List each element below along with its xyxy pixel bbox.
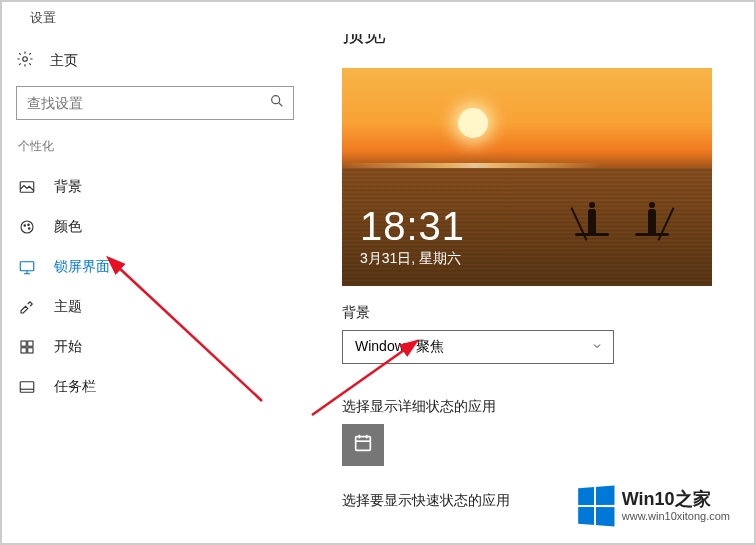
svg-rect-11 <box>28 348 33 353</box>
detail-app-tile[interactable] <box>342 424 384 466</box>
palette-icon <box>18 218 36 236</box>
background-section-label: 背景 <box>342 304 754 322</box>
preview-clock-date: 3月31日, 星期六 <box>360 250 465 268</box>
sidebar-home-label: 主页 <box>50 52 78 70</box>
dropdown-value: Windows 聚焦 <box>355 338 444 356</box>
sidebar-item-label: 锁屏界面 <box>54 258 110 276</box>
background-dropdown[interactable]: Windows 聚焦 <box>342 330 614 364</box>
sidebar-item-label: 背景 <box>54 178 82 196</box>
svg-point-6 <box>29 228 31 230</box>
sidebar-item-start[interactable]: 开始 <box>16 327 302 367</box>
windows-logo-icon <box>578 485 614 526</box>
svg-point-3 <box>21 221 33 233</box>
sidebar-item-colors[interactable]: 颜色 <box>16 207 302 247</box>
watermark: Win10之家 www.win10xitong.com <box>576 487 730 525</box>
svg-rect-14 <box>356 437 371 451</box>
monitor-icon <box>18 258 36 276</box>
svg-rect-10 <box>21 348 26 353</box>
page-title: 预览 <box>342 34 754 54</box>
grid-icon <box>18 338 36 356</box>
main-content: 预览 18:31 3月31日, 星期六 背景 Windows 聚焦 选择显示详细… <box>302 34 754 543</box>
svg-rect-7 <box>20 262 34 271</box>
lockscreen-preview: 18:31 3月31日, 星期六 <box>342 68 712 286</box>
sidebar-item-lockscreen[interactable]: 锁屏界面 <box>16 247 302 287</box>
picture-icon <box>18 178 36 196</box>
svg-rect-9 <box>28 341 33 346</box>
svg-rect-12 <box>20 382 34 393</box>
brush-icon <box>18 298 36 316</box>
topbar-title: 设置 <box>30 9 56 27</box>
watermark-title: Win10之家 <box>622 490 730 510</box>
calendar-icon <box>352 432 374 458</box>
search-icon <box>269 93 285 113</box>
sidebar-item-label: 任务栏 <box>54 378 96 396</box>
svg-point-1 <box>272 96 280 104</box>
svg-point-5 <box>28 224 30 226</box>
search-input-container[interactable] <box>16 86 294 120</box>
sidebar-item-label: 主题 <box>54 298 82 316</box>
gear-icon <box>16 50 34 72</box>
taskbar-icon <box>18 378 36 396</box>
svg-point-4 <box>24 225 26 227</box>
sidebar-item-label: 颜色 <box>54 218 82 236</box>
search-input[interactable] <box>27 95 269 111</box>
svg-point-0 <box>23 57 28 62</box>
svg-rect-8 <box>21 341 26 346</box>
sidebar-item-label: 开始 <box>54 338 82 356</box>
sidebar: 主页 个性化 背景 颜色 锁屏界面 主题 开始 <box>2 34 302 543</box>
detail-apps-label: 选择显示详细状态的应用 <box>342 398 754 416</box>
sidebar-item-taskbar[interactable]: 任务栏 <box>16 367 302 407</box>
chevron-down-icon <box>591 339 603 355</box>
preview-clock-time: 18:31 <box>360 206 465 246</box>
sidebar-home[interactable]: 主页 <box>16 44 302 86</box>
sidebar-item-background[interactable]: 背景 <box>16 167 302 207</box>
sidebar-category: 个性化 <box>18 138 302 155</box>
watermark-url: www.win10xitong.com <box>622 510 730 522</box>
sidebar-item-themes[interactable]: 主题 <box>16 287 302 327</box>
